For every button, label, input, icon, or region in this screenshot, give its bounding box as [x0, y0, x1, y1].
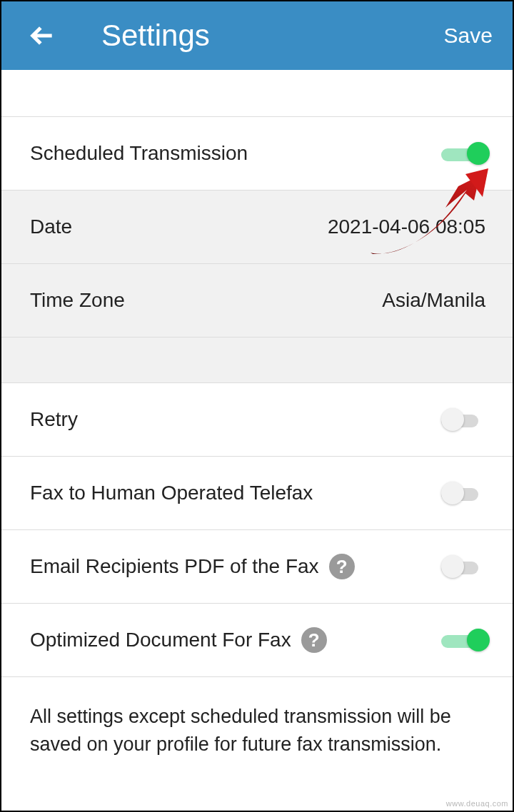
- save-button[interactable]: Save: [444, 24, 493, 48]
- row-retry[interactable]: Retry: [1, 383, 513, 457]
- section-gap: [1, 338, 513, 383]
- value-date: 2021-04-06 08:05: [328, 215, 485, 238]
- label-fax-human: Fax to Human Operated Telefax: [30, 482, 313, 504]
- toggle-fax-human[interactable]: [441, 480, 485, 506]
- value-timezone: Asia/Manila: [382, 289, 485, 312]
- label-date: Date: [30, 215, 72, 238]
- label-email-pdf: Email Recipients PDF of the Fax ?: [30, 554, 355, 579]
- app-header: Settings Save: [1, 1, 513, 70]
- arrow-left-icon: [29, 22, 56, 49]
- label-optimized: Optimized Document For Fax ?: [30, 627, 327, 653]
- row-timezone[interactable]: Time Zone Asia/Manila: [1, 264, 513, 338]
- back-button[interactable]: [27, 20, 59, 51]
- row-scheduled-transmission[interactable]: Scheduled Transmission: [1, 117, 513, 191]
- footer-note: All settings except scheduled transmissi…: [1, 677, 513, 758]
- row-fax-human[interactable]: Fax to Human Operated Telefax: [1, 457, 513, 530]
- page-title: Settings: [101, 19, 444, 53]
- label-timezone: Time Zone: [30, 289, 125, 312]
- label-email-pdf-text: Email Recipients PDF of the Fax: [30, 555, 319, 578]
- toggle-optimized[interactable]: [441, 627, 485, 653]
- label-optimized-text: Optimized Document For Fax: [30, 629, 291, 651]
- toggle-retry[interactable]: [441, 407, 485, 432]
- row-date[interactable]: Date 2021-04-06 08:05: [1, 191, 513, 264]
- top-spacer: [1, 70, 513, 117]
- help-icon[interactable]: ?: [329, 554, 355, 579]
- toggle-email-pdf[interactable]: [441, 554, 485, 579]
- watermark: www.deuaq.com: [446, 799, 508, 808]
- row-optimized[interactable]: Optimized Document For Fax ?: [1, 604, 513, 677]
- label-scheduled-transmission: Scheduled Transmission: [30, 142, 248, 165]
- label-retry: Retry: [30, 408, 78, 431]
- help-icon[interactable]: ?: [301, 627, 327, 653]
- toggle-scheduled-transmission[interactable]: [441, 141, 485, 166]
- row-email-pdf[interactable]: Email Recipients PDF of the Fax ?: [1, 530, 513, 604]
